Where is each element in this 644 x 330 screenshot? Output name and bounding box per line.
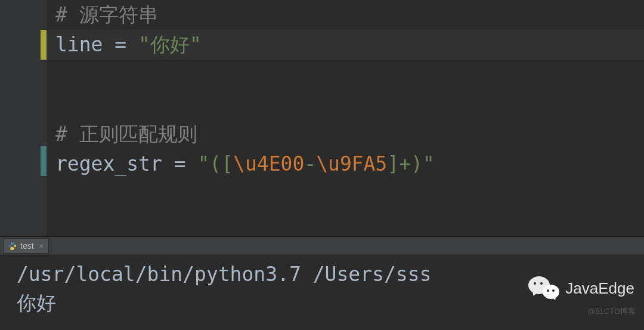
operator: =: [162, 152, 198, 175]
console-tab-test[interactable]: test ×: [3, 238, 49, 254]
tab-label: test: [20, 241, 34, 251]
code-line-empty[interactable]: [47, 60, 644, 90]
string-quote: ": [197, 152, 209, 175]
python-file-icon: [8, 242, 17, 250]
console-tab-bar: test ×: [0, 236, 644, 255]
string-quote: ": [423, 152, 435, 175]
string-content: ([: [209, 152, 233, 175]
gutter-change-marker: [41, 146, 47, 176]
editor-gutter: [0, 0, 47, 236]
code-line[interactable]: # 源字符串: [47, 0, 644, 30]
variable-name: line: [55, 33, 103, 56]
variable-name: regex_str: [55, 152, 162, 175]
code-content[interactable]: # 源字符串 line = "你好" # 正则匹配规则 regex_str = …: [47, 0, 644, 179]
operator: =: [103, 33, 138, 56]
escape-sequence: \u4E00: [233, 152, 304, 175]
svg-point-1: [13, 248, 14, 249]
code-line-empty[interactable]: [47, 90, 644, 119]
code-line[interactable]: line = "你好": [47, 30, 644, 60]
escape-sequence: \u9FA5: [316, 152, 387, 175]
watermark: JavaEdge: [528, 275, 634, 301]
string-content: -: [304, 152, 316, 175]
code-line[interactable]: regex_str = "([\u4E00-\u9FA5]+)": [47, 149, 644, 179]
attribution-text: @51CTO博客: [587, 306, 636, 317]
string-content: ]+): [387, 152, 423, 175]
code-editor-area[interactable]: # 源字符串 line = "你好" # 正则匹配规则 regex_str = …: [0, 0, 644, 236]
code-line[interactable]: # 正则匹配规则: [47, 119, 644, 149]
watermark-text: JavaEdge: [565, 279, 634, 298]
comment-text: # 正则匹配规则: [55, 122, 197, 146]
comment-text: # 源字符串: [55, 3, 158, 26]
wechat-icon: [528, 275, 559, 301]
gutter-change-marker: [41, 30, 47, 60]
close-icon[interactable]: ×: [39, 242, 44, 251]
string-literal: "你好": [138, 33, 202, 56]
svg-point-0: [11, 243, 12, 243]
